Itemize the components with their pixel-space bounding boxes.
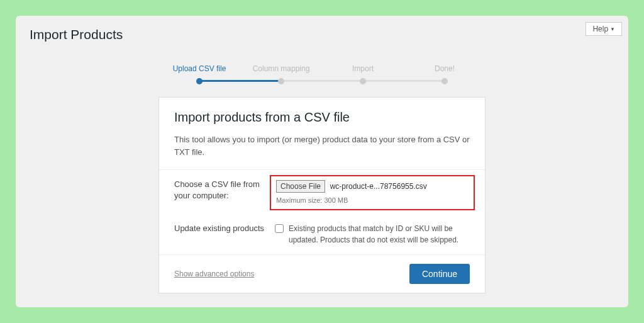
step-line bbox=[281, 80, 363, 82]
step-dot-icon bbox=[360, 78, 366, 84]
stepper: Upload CSV file Column mapping Import Do… bbox=[158, 64, 486, 84]
checkbox-description: Existing products that match by ID or SK… bbox=[289, 223, 470, 246]
import-card: Import products from a CSV file This too… bbox=[158, 97, 486, 293]
step-label: Done! bbox=[435, 64, 455, 73]
card-header: Import products from a CSV file This too… bbox=[159, 98, 485, 170]
card-title: Import products from a CSV file bbox=[174, 110, 470, 125]
file-label: Choose a CSV file from your computer: bbox=[174, 179, 275, 205]
advanced-options-link[interactable]: Show advanced options bbox=[174, 269, 254, 278]
update-label: Update existing products bbox=[174, 223, 275, 246]
file-row: Choose a CSV file from your computer: Ch… bbox=[159, 170, 485, 214]
step-label: Column mapping bbox=[253, 64, 310, 73]
admin-panel: Help Import Products Upload CSV file Col… bbox=[16, 16, 628, 307]
update-row: Update existing products Existing produc… bbox=[159, 214, 485, 254]
checkbox-wrapper: Existing products that match by ID or SK… bbox=[275, 223, 470, 246]
step-dot-icon bbox=[196, 78, 203, 84]
step-label: Upload CSV file bbox=[173, 64, 226, 73]
file-size-hint: Maximum size: 300 MB bbox=[276, 196, 469, 204]
page-title: Import Products bbox=[30, 27, 614, 42]
step-dot-icon bbox=[278, 78, 284, 84]
highlight-box: Choose File wc-product-e...78756955.csv … bbox=[270, 175, 475, 210]
selected-filename: wc-product-e...78756955.csv bbox=[330, 182, 427, 191]
card-description: This tool allows you to import (or merge… bbox=[174, 133, 470, 158]
card-footer: Show advanced options Continue bbox=[159, 254, 485, 293]
help-button[interactable]: Help bbox=[586, 22, 622, 36]
choose-file-button[interactable]: Choose File bbox=[276, 180, 325, 193]
step-line bbox=[199, 80, 281, 82]
step-dot-icon bbox=[441, 78, 448, 84]
step-line bbox=[363, 80, 445, 82]
step-upload: Upload CSV file bbox=[158, 64, 240, 84]
update-checkbox[interactable] bbox=[275, 224, 284, 233]
step-label: Import bbox=[352, 64, 374, 73]
continue-button[interactable]: Continue bbox=[409, 264, 470, 284]
